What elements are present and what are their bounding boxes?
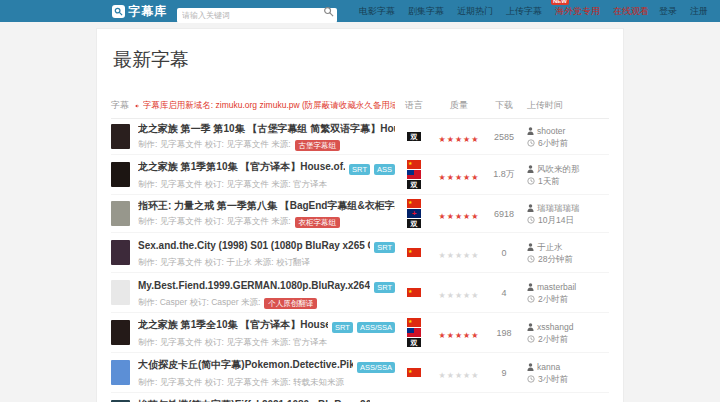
nav-upload-subtitle[interactable]: 上传字幕 xyxy=(506,5,542,18)
upload-time-text: 3小时前 xyxy=(538,373,568,385)
download-count: 0 xyxy=(485,248,523,258)
star-icon: ★ xyxy=(455,291,463,300)
new-badge: NEW xyxy=(551,0,569,5)
nav-recent-hot[interactable]: 近期热门 xyxy=(457,5,493,18)
language-icons: 双 xyxy=(395,198,433,229)
uploader[interactable]: masterbail xyxy=(527,281,609,293)
uploader[interactable]: xsshangd xyxy=(527,321,609,333)
poster-thumbnail xyxy=(111,360,130,385)
star-icon: ★ xyxy=(471,371,479,380)
table-row: 龙之家族 第一季 第10集 【古堡字幕组 简繁双语字幕】House.of.the… xyxy=(111,119,609,155)
format-tag: ASS/SSA xyxy=(357,362,395,373)
star-icon: ★ xyxy=(455,173,463,182)
login-link[interactable]: 登录 xyxy=(659,5,677,18)
format-tags: SRT xyxy=(370,236,395,254)
star-icon: ★ xyxy=(439,291,447,300)
star-icon: ★ xyxy=(439,331,447,340)
subtitle-meta: 制作: 见字幕文件 校订: 见字幕文件 来源: 官方译本 xyxy=(138,179,395,191)
poster-thumbnail xyxy=(111,162,130,187)
subtitle-title-link[interactable]: 龙之家族 第1季第10集 【官方译本】House.of.the.Dragon.S… xyxy=(138,160,345,174)
subtitle-title-link[interactable]: 龙之家族 第1季全10集 【官方译本】House.of.the.Dragon.S… xyxy=(138,318,328,332)
format-tags: ASS/SSA xyxy=(353,356,395,374)
poster-thumbnail xyxy=(111,240,130,265)
clock-icon xyxy=(527,255,535,263)
table-row: 指环王: 力量之戒 第一季第八集 【BagEnd字幕组&衣柜字幕组 简英双语字幕… xyxy=(111,195,609,233)
format-tags: SRTASS/SSA xyxy=(328,316,395,334)
format-tag: SRT xyxy=(374,242,395,253)
user-icon xyxy=(527,165,534,173)
subtitle-meta-text: 制作: 见字幕文件 校订: 见字幕文件 来源: 转载未知来源 xyxy=(138,377,344,389)
star-icon: ★ xyxy=(455,331,463,340)
subtitle-title-link[interactable]: My.Best.Fiend.1999.GERMAN.1080p.BluRay.x… xyxy=(138,280,370,291)
subtitle-title-link[interactable]: 指环王: 力量之戒 第一季第八集 【BagEnd字幕组&衣柜字幕组 简英双语字幕… xyxy=(138,199,395,213)
star-icon: ★ xyxy=(471,331,479,340)
rating-stars: ★★★★★ xyxy=(433,284,485,302)
site-logo[interactable]: 字幕库 xyxy=(112,3,167,20)
format-tags: SRT xyxy=(370,276,395,294)
subtitle-title-link[interactable]: Sex.and.the.City (1998) S01 (1080p BluRa… xyxy=(138,240,370,251)
nav-movie-subtitles[interactable]: 电影字幕 xyxy=(359,5,395,18)
uploader[interactable]: shooter xyxy=(527,125,609,137)
language-icons xyxy=(395,287,433,298)
subtitle-meta: 制作: 见字幕文件 校订: 于止水 来源: 校订翻译 xyxy=(138,257,395,269)
subtitle-title-link[interactable]: 大侦探皮卡丘(简中字幕)Pokemon.Detective.Pikachu.20… xyxy=(138,358,353,372)
star-icon: ★ xyxy=(455,135,463,144)
uploader[interactable]: 瑞瑞瑞瑞瑞 xyxy=(527,202,609,214)
clock-icon xyxy=(527,216,535,224)
download-count: 6918 xyxy=(485,209,523,219)
rating-stars: ★★★★★ xyxy=(433,128,485,146)
star-icon: ★ xyxy=(447,251,455,260)
nav-series-subtitles[interactable]: 剧集字幕 xyxy=(408,5,444,18)
upload-time-text: 6小时前 xyxy=(538,137,568,149)
upload-time: 3小时前 xyxy=(527,373,609,385)
star-icon: ★ xyxy=(447,173,455,182)
star-icon: ★ xyxy=(447,331,455,340)
subtitle-title-link[interactable]: 龙之家族 第一季 第10集 【古堡字幕组 简繁双语字幕】House.of.the… xyxy=(138,122,395,136)
language-icons: 双 xyxy=(395,317,433,348)
star-icon: ★ xyxy=(455,371,463,380)
star-icon: ★ xyxy=(447,371,455,380)
table-row: Sex.and.the.City (1998) S01 (1080p BluRa… xyxy=(111,233,609,273)
search-icon[interactable] xyxy=(322,5,335,18)
uploader-name: 于止水 xyxy=(537,241,563,253)
user-icon xyxy=(527,243,534,251)
search-input[interactable] xyxy=(177,8,337,23)
star-icon: ★ xyxy=(447,212,455,221)
poster-thumbnail xyxy=(111,201,130,226)
upload-time: 2小时前 xyxy=(527,293,609,305)
language-icons: 双 xyxy=(395,131,433,142)
site-logo-icon xyxy=(112,5,125,18)
star-icon: ★ xyxy=(471,251,479,260)
lang-traditional-icon xyxy=(407,328,421,337)
uploader[interactable]: 风吹来的那 xyxy=(527,163,609,175)
download-count: 4 xyxy=(485,288,523,298)
nav-overseas[interactable]: 海外党专用NEW xyxy=(555,5,600,18)
register-link[interactable]: 注册 xyxy=(690,5,708,18)
uploader-name: xsshangd xyxy=(537,321,573,333)
star-icon: ★ xyxy=(471,291,479,300)
star-icon: ★ xyxy=(447,135,455,144)
upload-time-text: 28分钟前 xyxy=(538,253,573,265)
subtitle-meta: 制作: 见字幕文件 校订: 见字幕文件 来源: 古堡字幕组 xyxy=(138,139,395,151)
uploader-name: kanna xyxy=(537,361,560,373)
uploader[interactable]: 于止水 xyxy=(527,241,609,253)
lang-bilingual-icon: 双 xyxy=(407,180,421,189)
subtitle-meta: 制作: 见字幕文件 校订: 见字幕文件 来源: 转载未知来源 xyxy=(138,377,395,389)
format-tag: ASS xyxy=(374,164,395,175)
rating-stars: ★★★★★ xyxy=(433,166,485,184)
uploader[interactable]: kanna xyxy=(527,361,609,373)
subtitle-title-link[interactable]: 埃菲尔铁塔(简中字幕)Eiffel.2021.1080p.BluRay.x264… xyxy=(138,398,370,402)
upload-time: 6小时前 xyxy=(527,137,609,149)
star-icon: ★ xyxy=(439,251,447,260)
download-count: 2585 xyxy=(485,132,523,142)
upload-time: 10月14日 xyxy=(527,214,609,226)
clock-icon xyxy=(527,375,535,383)
content-card: 最新字幕 字幕 字幕库启用新域名: zimuku.org zimuku.pw (… xyxy=(96,28,624,402)
table-body: 龙之家族 第一季 第10集 【古堡字幕组 简繁双语字幕】House.of.the… xyxy=(111,119,609,402)
megaphone-icon xyxy=(135,102,140,110)
uploader-name: masterbail xyxy=(537,281,576,293)
upload-time: 28分钟前 xyxy=(527,253,609,265)
uploader-name: 瑞瑞瑞瑞瑞 xyxy=(537,202,580,214)
nav-watch-online[interactable]: 在线观看 xyxy=(613,5,649,18)
clock-icon xyxy=(527,139,535,147)
